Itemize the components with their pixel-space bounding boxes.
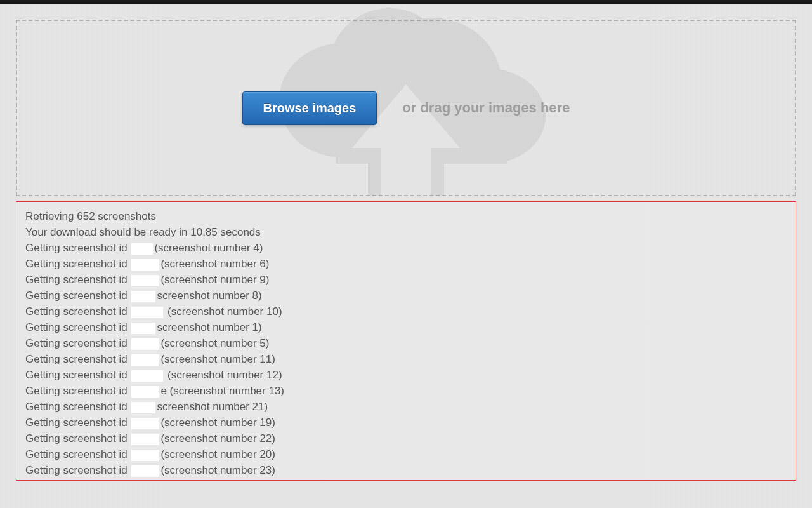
log-suffix: (screenshot number 19) [160,417,275,429]
drag-hint-text: or drag your images here [402,100,570,116]
browse-images-button[interactable]: Browse images [242,91,377,125]
log-prefix: Getting screenshot id [25,242,130,254]
log-line: Getting screenshot id (screenshot number… [25,304,787,319]
log-line: Retrieving 652 screenshots [25,208,787,224]
log-suffix: e (screenshot number 13) [160,385,284,397]
log-prefix: Getting screenshot id [25,401,130,413]
log-prefix: Getting screenshot id [25,385,130,397]
redacted-id [131,291,155,302]
redacted-id [131,323,155,334]
redacted-id [131,450,159,461]
log-line: Getting screenshot id (screenshot number… [25,462,787,478]
log-line: Getting screenshot id (screenshot number… [25,272,787,288]
log-suffix: (screenshot number 12) [164,369,282,381]
log-line: Getting screenshot id screenshot number … [25,288,787,304]
log-suffix: (screenshot number 10) [164,305,282,318]
redacted-id [131,370,163,382]
log-suffix: (screenshot number 20) [160,448,275,460]
log-suffix: (screenshot number 11) [160,353,275,365]
log-suffix: (screenshot number 4) [154,242,263,254]
log-line: Getting screenshot id (screenshot number… [25,431,787,446]
log-line: Getting screenshot id (screenshot number… [25,351,787,367]
dropzone-content: Browse images or drag your images here [242,91,570,125]
redacted-id [131,465,159,477]
redacted-id [131,386,159,398]
svg-point-1 [362,18,501,145]
redacted-id [131,434,159,445]
log-prefix: Getting screenshot id [25,464,130,476]
redacted-id [131,354,159,366]
log-line: Getting screenshot id (screenshot number… [25,240,787,256]
log-line: Getting screenshot id e (screenshot numb… [25,383,787,399]
redacted-id [131,275,159,286]
log-line: Your download should be ready in 10.85 s… [25,224,787,240]
log-line: Getting screenshot id screenshot number … [25,399,787,415]
log-line: Getting screenshot id (screenshot number… [25,415,787,431]
log-prefix: Getting screenshot id [25,432,130,444]
redacted-id [131,259,159,271]
log-prefix: Getting screenshot id [25,274,130,286]
redacted-id [131,307,163,318]
log-prefix: Getting screenshot id [25,353,130,365]
log-suffix: (screenshot number 6) [160,258,269,270]
log-line: Getting screenshot id (screenshot number… [25,256,787,272]
main-container: Browse images or drag your images here R… [0,4,812,481]
log-prefix: Getting screenshot id [25,305,130,318]
log-suffix: (screenshot number 9) [160,274,269,286]
log-line: Getting screenshot id (screenshot number… [25,367,787,383]
log-line: Getting screenshot id screenshot number … [25,319,787,335]
log-prefix: Getting screenshot id [25,337,130,349]
log-prefix: Getting screenshot id [25,417,130,429]
log-suffix: (screenshot number 22) [160,432,275,444]
log-prefix: Getting screenshot id [25,258,130,270]
upload-dropzone[interactable]: Browse images or drag your images here [16,20,796,196]
log-prefix: Getting screenshot id [25,369,130,381]
log-prefix: Getting screenshot id [25,290,130,302]
log-suffix: screenshot number 1) [157,321,261,333]
svg-rect-3 [336,119,508,164]
log-suffix: (screenshot number 23) [160,464,275,476]
log-prefix: Getting screenshot id [25,448,130,460]
log-suffix: screenshot number 8) [157,290,261,302]
log-output-panel[interactable]: Retrieving 652 screenshotsYour download … [16,201,796,481]
log-suffix: (screenshot number 5) [160,337,269,349]
redacted-id [131,338,159,350]
log-line: Getting screenshot id (screenshot number… [25,335,787,351]
log-suffix: screenshot number 21) [157,401,268,413]
log-line: Getting screenshot id (screenshot number… [25,446,787,462]
redacted-id [131,243,153,255]
log-prefix: Getting screenshot id [25,321,130,333]
redacted-id [131,418,159,429]
redacted-id [131,402,155,413]
